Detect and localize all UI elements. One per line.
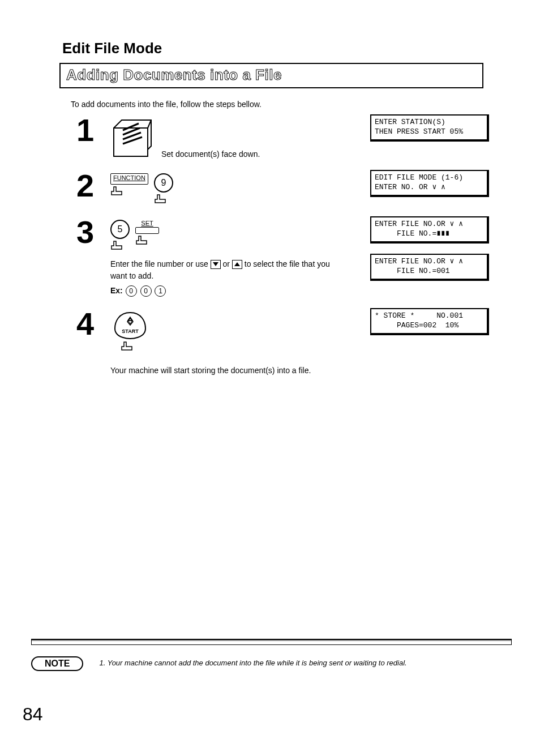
press-icon — [110, 186, 126, 197]
note-section: NOTE 1. Your machine cannot add the docu… — [31, 639, 512, 671]
press-icon — [154, 194, 170, 205]
step-number: 4 — [76, 308, 110, 340]
function-key: FUNCTION — [110, 173, 148, 197]
document-face-down-icon — [110, 118, 156, 159]
step-4-caption: Your machine will start storing the docu… — [110, 365, 337, 377]
step3-text-before: Enter the file number or use — [110, 259, 211, 268]
intro-text: To add documents into the file, follow t… — [71, 100, 512, 109]
steps-container: 1 Set document(s) face down. ENTER — [76, 114, 489, 377]
digit-key-label: 5 — [110, 220, 130, 239]
example-digit-0: 0 — [126, 285, 137, 297]
example-digit-0: 0 — [140, 285, 152, 297]
step-4: 4 START Your — [76, 308, 489, 377]
section-title: Edit File Mode — [62, 40, 512, 57]
digit-key-5: 5 — [110, 220, 130, 251]
step3-text-mid: or — [223, 259, 232, 268]
function-key-label: FUNCTION — [113, 174, 145, 181]
page-number: 84 — [23, 704, 43, 725]
lcd-display-step3b: ENTER FILE NO.OR ∨ ∧ FILE NO.=001 — [370, 254, 489, 281]
example-line: Ex: 0 0 1 — [110, 285, 370, 297]
step-number: 3 — [76, 216, 110, 248]
example-label: Ex: — [110, 286, 123, 295]
example-digit-1: 1 — [155, 285, 166, 297]
separator-bar — [31, 639, 512, 645]
note-text: 1. Your machine cannot add the document … — [99, 656, 512, 667]
lcd-display-step1: ENTER STATION(S) THEN PRESS START 05% — [370, 114, 489, 142]
digit-key-9: 9 — [154, 173, 173, 205]
lcd-display-step2: EDIT FILE MODE (1-6) ENTER NO. OR ∨ ∧ — [370, 170, 489, 197]
step-2: 2 FUNCTION 9 EDIT FILE MODE (1-6) ENTER … — [76, 170, 489, 205]
up-arrow-icon — [232, 260, 242, 269]
lcd-display-step4: * STORE * NO.001 PAGES=002 10% — [370, 308, 489, 335]
banner-title: Adding Documents into a File — [59, 63, 483, 88]
start-key: START — [110, 311, 370, 358]
digit-key-label: 9 — [154, 173, 173, 193]
step-number: 2 — [76, 170, 110, 202]
press-icon — [110, 240, 126, 251]
set-key-label: SET — [135, 220, 159, 227]
down-arrow-icon — [211, 260, 221, 269]
note-label: NOTE — [31, 656, 83, 671]
set-key: SET — [135, 220, 159, 246]
step-number: 1 — [76, 114, 110, 146]
step-1-caption: Set document(s) face down. — [161, 150, 260, 159]
start-key-label: START — [122, 328, 139, 334]
lcd-display-step3a: ENTER FILE NO.OR ∨ ∧ FILE NO.=∎∎∎ — [370, 216, 489, 244]
step-3: 3 5 SET Enter the file number or use — [76, 216, 489, 297]
step-1: 1 Set document(s) face down. ENTER — [76, 114, 489, 159]
step-3-text: Enter the file number or use or to selec… — [110, 258, 337, 282]
manual-page: Edit File Mode Adding Documents into a F… — [0, 0, 540, 756]
press-icon — [135, 235, 151, 246]
